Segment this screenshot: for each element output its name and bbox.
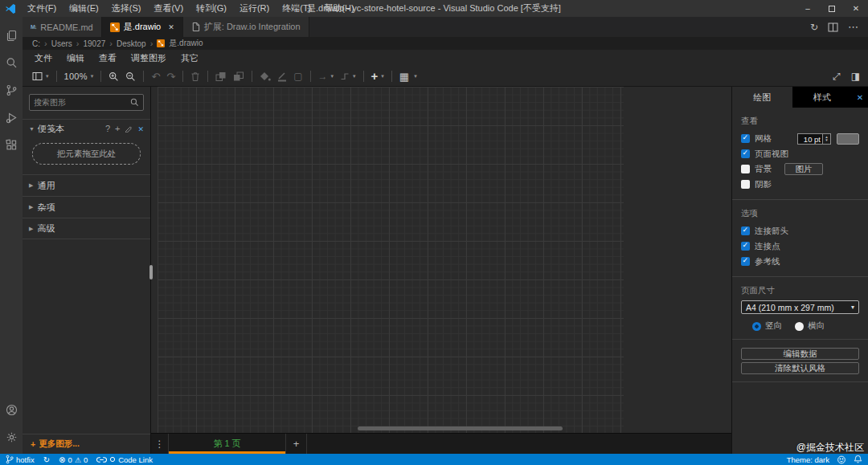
to-back-icon[interactable] [233, 71, 244, 82]
table-icon[interactable] [399, 71, 409, 83]
help-icon[interactable] [105, 124, 110, 133]
menu-edit[interactable]: 编辑(E) [63, 0, 105, 17]
theme-status[interactable]: Theme: dark [787, 455, 829, 464]
landscape-option[interactable]: 横向 [795, 320, 825, 332]
horizontal-scrollbar[interactable] [358, 426, 563, 430]
tab-diagram[interactable]: 绘图 [732, 87, 792, 108]
menu-go[interactable]: 转到(G) [190, 0, 233, 17]
codelink-status[interactable]: Code Link [96, 455, 153, 464]
vscode-window: 是.drawio - yc-store-hotel-source - Visua… [0, 0, 868, 465]
drawio-menu-view[interactable]: 查看 [92, 50, 124, 67]
section-general[interactable]: 通用 [23, 174, 150, 196]
page-tab-1[interactable]: 第 1 页 [169, 434, 286, 454]
menu-help[interactable]: 帮助(H) [317, 0, 360, 17]
redo-icon[interactable] [166, 71, 175, 83]
extensions-icon[interactable] [0, 131, 23, 158]
line-color-icon[interactable] [277, 71, 287, 82]
close-panel-icon[interactable] [852, 87, 868, 108]
breadcrumb-users[interactable]: Users [51, 39, 72, 48]
page-size-select[interactable]: A4 (210 mm x 297 mm) [741, 300, 859, 314]
menu-selection[interactable]: 选择(S) [105, 0, 148, 17]
breadcrumb-file[interactable]: 是.drawio [169, 38, 203, 49]
menu-run[interactable]: 运行(R) [233, 0, 276, 17]
drawio-menu-extras[interactable]: 其它 [174, 50, 206, 67]
add-page-icon[interactable]: + [286, 434, 307, 454]
breadcrumb-user[interactable]: 19027 [83, 39, 105, 48]
drawio-menu-edit[interactable]: 编辑 [59, 50, 92, 67]
guides-checkbox[interactable] [741, 257, 750, 266]
undo-icon[interactable] [151, 71, 160, 83]
problems-status[interactable]: 0 0 [59, 455, 88, 464]
settings-gear-icon[interactable] [0, 423, 23, 451]
drawio-menu-arrange[interactable]: 调整图形 [124, 50, 174, 67]
section-advanced[interactable]: 高级 [23, 218, 150, 239]
more-actions-icon[interactable] [848, 21, 858, 33]
fill-color-icon[interactable] [260, 71, 271, 82]
background-image-button[interactable]: 图片 [784, 163, 823, 175]
open-changes-icon[interactable] [810, 22, 818, 33]
search-icon[interactable] [0, 49, 23, 76]
add-icon[interactable] [115, 124, 120, 133]
restore-button[interactable] [820, 0, 844, 17]
insert-icon[interactable] [371, 71, 384, 81]
grid-color-swatch[interactable] [837, 133, 859, 145]
drawio-menu-file[interactable]: 文件 [27, 50, 59, 67]
tab-readme[interactable]: README.md [23, 17, 102, 37]
scratchpad-header[interactable]: 便笺本 [23, 119, 150, 137]
close-button[interactable]: ✕ [844, 0, 868, 17]
shadow-checkbox[interactable] [741, 180, 750, 189]
run-and-debug-icon[interactable] [0, 104, 23, 131]
notifications-bell-icon[interactable] [854, 455, 862, 464]
explorer-icon[interactable] [0, 22, 23, 49]
grid-size-stepper[interactable]: ▲▼ [823, 133, 831, 145]
waypoints-icon[interactable] [340, 71, 356, 81]
tab-label: README.md [40, 22, 92, 32]
zoom-in-icon[interactable] [108, 71, 119, 82]
shape-search-input[interactable] [34, 98, 127, 107]
edit-pencil-icon[interactable] [125, 124, 133, 133]
grid-checkbox[interactable] [741, 134, 750, 143]
source-control-icon[interactable] [0, 76, 23, 104]
connection-points-checkbox[interactable] [741, 242, 750, 251]
section-misc[interactable]: 杂项 [23, 196, 150, 218]
tab-style[interactable]: 样式 [792, 87, 853, 108]
connection-style-icon[interactable] [318, 71, 334, 82]
drawing-canvas[interactable] [151, 87, 731, 433]
clear-default-style-button[interactable]: 清除默认风格 [741, 362, 859, 374]
view-panels-icon[interactable] [32, 71, 49, 81]
zoom-out-icon[interactable] [125, 71, 136, 82]
close-scratchpad-icon[interactable] [137, 124, 144, 133]
breadcrumb-desktop[interactable]: Desktop [117, 39, 146, 48]
panel-resize-grip[interactable] [149, 265, 153, 279]
minimize-button[interactable]: – [796, 0, 820, 17]
fullscreen-icon[interactable] [833, 71, 841, 82]
tab-drawio[interactable]: 是.drawio [102, 17, 183, 37]
account-icon[interactable] [0, 396, 23, 423]
portrait-radio[interactable] [752, 322, 761, 331]
close-tab-icon[interactable] [168, 23, 174, 31]
shadow-icon[interactable] [293, 71, 302, 82]
menu-terminal[interactable]: 终端(T) [276, 0, 317, 17]
connection-arrows-checkbox[interactable] [741, 226, 750, 235]
grid-size-input[interactable]: 10 pt [797, 133, 823, 145]
git-branch-status[interactable]: hotfix [6, 455, 35, 464]
menu-view[interactable]: 查看(V) [147, 0, 190, 17]
sync-icon[interactable] [43, 455, 50, 464]
format-panel-toggle-icon[interactable] [851, 71, 860, 82]
breadcrumb-drive[interactable]: C: [32, 39, 40, 48]
pages-menu-icon[interactable] [151, 434, 169, 454]
page-view-checkbox[interactable] [741, 149, 750, 158]
background-checkbox[interactable] [741, 165, 750, 173]
edit-data-button[interactable]: 编辑数据 [741, 348, 859, 360]
portrait-option[interactable]: 竖向 [752, 320, 782, 332]
tab-extension[interactable]: 扩展: Draw.io Integration [183, 17, 309, 37]
more-shapes-button[interactable]: 更多图形... [23, 434, 150, 454]
scratchpad-drop-area[interactable]: 把元素拖至此处 [32, 143, 141, 165]
feedback-smiley-icon[interactable] [837, 455, 846, 464]
landscape-radio[interactable] [795, 322, 804, 331]
delete-icon[interactable] [190, 71, 200, 82]
split-editor-icon[interactable] [828, 22, 838, 32]
zoom-level-dropdown[interactable]: 100% [64, 71, 94, 81]
menu-file[interactable]: 文件(F) [21, 0, 63, 17]
to-front-icon[interactable] [215, 71, 227, 82]
